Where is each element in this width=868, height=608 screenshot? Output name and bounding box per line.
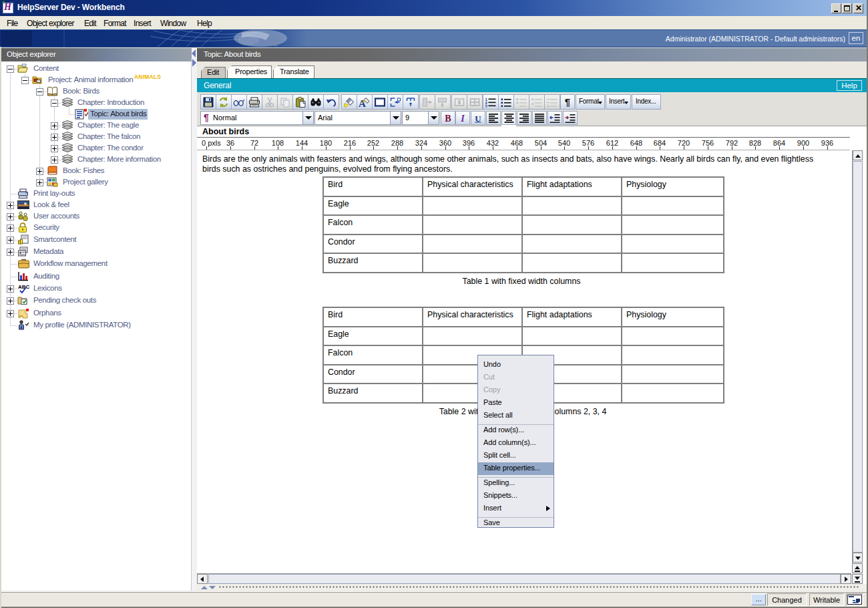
svg-text:3: 3 — [485, 104, 488, 107]
